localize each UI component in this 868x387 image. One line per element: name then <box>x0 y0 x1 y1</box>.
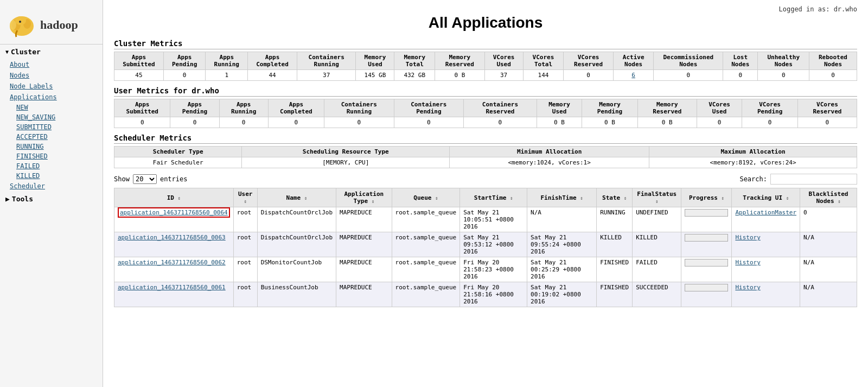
um-header-2: Apps Running <box>219 99 268 117</box>
cluster-metrics-table: Apps SubmittedApps PendingApps RunningAp… <box>114 52 857 81</box>
um-value-10: 0 <box>697 117 742 128</box>
app-final-status: UNDEFINED <box>633 207 681 232</box>
um-value-3: 0 <box>268 117 324 128</box>
um-value-9: 0 B <box>637 117 697 128</box>
sort-icon: ⇕ <box>624 195 627 201</box>
cm-value-10: 0 <box>564 70 614 81</box>
apps-header-blacklisted-nodes[interactable]: Blacklisted Nodes ⇕ <box>800 188 857 207</box>
cm-value-4: 37 <box>297 70 355 81</box>
app-id-link[interactable]: application_1463711768560_0061 <box>118 284 226 291</box>
um-header-4: Containers Running <box>324 99 394 117</box>
um-value-12: 0 <box>797 117 857 128</box>
sidebar-item-killed[interactable]: KILLED <box>16 171 103 181</box>
app-id-link[interactable]: application_1463711768560_0063 <box>118 234 226 241</box>
table-row: application_1463711768560_0062rootDSMoni… <box>114 257 857 282</box>
app-tracking-link[interactable]: History <box>735 284 760 291</box>
entries-select[interactable]: 10202550100 <box>133 174 157 184</box>
sidebar-item-scheduler[interactable]: Scheduler <box>0 181 103 192</box>
sidebar-item-finished[interactable]: FINISHED <box>16 151 103 161</box>
app-progress <box>681 207 732 232</box>
sidebar-item-submitted[interactable]: SUBMITTED <box>16 122 103 132</box>
app-state: RUNNING <box>597 207 633 232</box>
app-tracking: History <box>732 232 800 257</box>
sidebar-item-about[interactable]: About <box>0 59 103 70</box>
app-state: KILLED <box>597 232 633 257</box>
app-tracking: History <box>732 282 800 307</box>
um-value-7: 0 B <box>537 117 582 128</box>
cm-value-7: 0 B <box>435 70 485 81</box>
app-queue: root.sample_queue <box>392 232 460 257</box>
app-id-link[interactable]: application_1463711768560_0064 <box>118 207 230 218</box>
scheduler-metrics-title: Scheduler Metrics <box>114 134 857 144</box>
app-tracking-link[interactable]: ApplicationMaster <box>735 209 796 216</box>
cm-header-15: Rebooted Nodes <box>809 52 857 70</box>
sidebar-item-running[interactable]: RUNNING <box>16 142 103 151</box>
app-tracking: History <box>732 257 800 282</box>
app-user: root <box>233 257 257 282</box>
app-tracking-link[interactable]: History <box>735 234 760 241</box>
cm-header-11: Active Nodes <box>613 52 654 70</box>
app-tracking-link[interactable]: History <box>735 259 760 266</box>
cm-header-9: VCores Total <box>523 52 564 70</box>
apps-header-tracking-ui[interactable]: Tracking UI ⇕ <box>732 188 800 207</box>
app-user: root <box>233 207 257 232</box>
app-type: MAPREDUCE <box>336 232 392 257</box>
cluster-section-header[interactable]: ▼ Cluster <box>0 45 103 59</box>
cm-value-2: 1 <box>206 70 248 81</box>
scheduler-metrics-table: Scheduler Type Scheduling Resource Type … <box>114 146 857 168</box>
um-header-10: VCores Used <box>697 99 742 117</box>
logo-area: hadoop <box>0 5 103 45</box>
cluster-label: Cluster <box>11 48 41 56</box>
cm-value-13: 0 <box>723 70 758 81</box>
sched-value-0: Fair Scheduler <box>114 157 242 168</box>
um-header-9: Memory Reserved <box>637 99 697 117</box>
apps-header-state[interactable]: State ⇕ <box>597 188 633 207</box>
search-label: Search: <box>739 175 767 183</box>
app-sub-links: NEW NEW_SAVING SUBMITTED ACCEPTED RUNNIN… <box>0 103 103 181</box>
sidebar-item-new[interactable]: NEW <box>16 103 103 112</box>
svg-point-5 <box>19 21 21 23</box>
app-progress <box>681 257 732 282</box>
app-state: FINISHED <box>597 282 633 307</box>
tools-section-header[interactable]: ▶ Tools <box>0 192 103 206</box>
sidebar-item-new-saving[interactable]: NEW_SAVING <box>16 112 103 122</box>
apps-header-queue[interactable]: Queue ⇕ <box>392 188 460 207</box>
search-input[interactable] <box>770 174 857 185</box>
um-header-7: Memory Used <box>537 99 582 117</box>
um-value-8: 0 B <box>582 117 637 128</box>
app-id-link[interactable]: application_1463711768560_0062 <box>118 259 226 266</box>
sidebar-item-nodes[interactable]: Nodes <box>0 70 103 81</box>
app-finish-time: Sat May 21 00:25:29 +0800 2016 <box>527 257 597 282</box>
svg-point-3 <box>15 16 26 25</box>
apps-header-name[interactable]: Name ⇕ <box>257 188 336 207</box>
apps-header-id[interactable]: ID ⇕ <box>114 188 234 207</box>
app-state: FINISHED <box>597 257 633 282</box>
um-header-0: Apps Submitted <box>114 99 170 117</box>
apps-header-finish-time[interactable]: FinishTime ⇕ <box>527 188 597 207</box>
um-value-0: 0 <box>114 117 170 128</box>
apps-header-app-type[interactable]: Application Type ⇕ <box>336 188 392 207</box>
um-header-5: Containers Pending <box>394 99 464 117</box>
apps-header-user[interactable]: User ⇕ <box>233 188 257 207</box>
sidebar-item-node-labels[interactable]: Node Labels <box>0 81 103 92</box>
logged-in-text: Logged in as: dr.who <box>779 5 858 13</box>
sidebar-item-accepted[interactable]: ACCEPTED <box>16 132 103 142</box>
apps-header-final-status[interactable]: FinalStatus ⇕ <box>633 188 681 207</box>
app-name: BusinessCountJob <box>257 282 336 307</box>
app-user: root <box>233 282 257 307</box>
app-finish-time: Sat May 21 00:19:02 +0800 2016 <box>527 282 597 307</box>
app-blacklisted-nodes: N/A <box>800 232 857 257</box>
app-finish-time: N/A <box>527 207 597 232</box>
app-start-time: Sat May 21 10:05:51 +0800 2016 <box>460 207 527 232</box>
sidebar-item-failed[interactable]: FAILED <box>16 161 103 171</box>
app-id-cell: application_1463711768560_0062 <box>114 257 234 282</box>
app-queue: root.sample_queue <box>392 207 460 232</box>
app-final-status: KILLED <box>633 232 681 257</box>
sort-icon: ⇕ <box>580 195 583 201</box>
apps-header-start-time[interactable]: StartTime ⇕ <box>460 188 527 207</box>
hadoop-logo-icon <box>5 10 38 40</box>
active-nodes-link[interactable]: 6 <box>631 72 635 79</box>
user-metrics-table: Apps SubmittedApps PendingApps RunningAp… <box>114 99 857 128</box>
apps-header-progress[interactable]: Progress ⇕ <box>681 188 732 207</box>
sidebar-item-applications[interactable]: Applications <box>0 92 103 103</box>
